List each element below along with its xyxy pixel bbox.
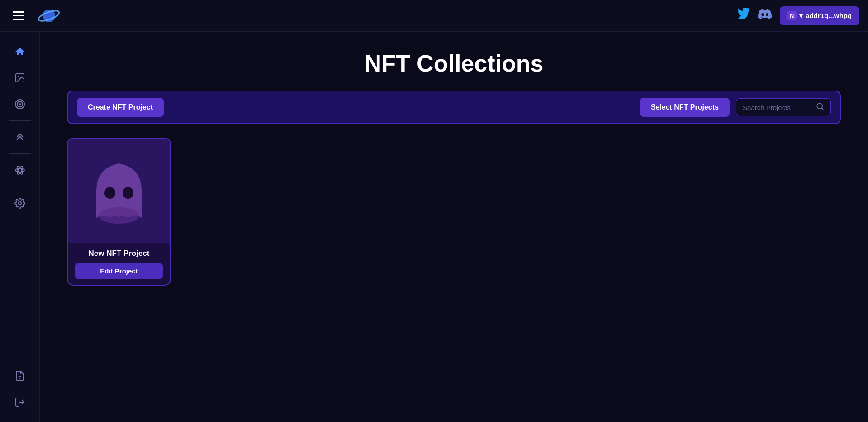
projects-grid: New NFT Project Edit Project [67, 138, 841, 286]
sidebar-item-home[interactable] [8, 40, 32, 63]
page-title: NFT Collections [67, 50, 841, 77]
header-right: N ▾ addr1q...whpg [737, 6, 859, 25]
card-info: New NFT Project Edit Project [68, 243, 170, 285]
sidebar-item-logout[interactable] [8, 390, 32, 414]
svg-point-16 [123, 187, 133, 199]
main-content: NFT Collections Create NFT Project Selec… [40, 32, 868, 422]
toolbar-left: Create NFT Project [77, 98, 164, 117]
hamburger-menu-button[interactable] [9, 8, 28, 24]
sidebar-divider-1 [9, 120, 31, 121]
sidebar-item-settings[interactable] [8, 192, 32, 215]
discord-icon[interactable] [758, 7, 772, 24]
header: N ▾ addr1q...whpg [0, 0, 868, 32]
search-box [736, 98, 831, 116]
nft-preview-image [83, 145, 155, 236]
card-title: New NFT Project [75, 249, 163, 258]
sidebar [0, 32, 40, 422]
svg-point-17 [99, 207, 139, 224]
edit-project-button[interactable]: Edit Project [75, 263, 163, 279]
svg-line-14 [821, 108, 823, 109]
sidebar-item-boost[interactable] [8, 125, 32, 149]
project-card: New NFT Project Edit Project [67, 138, 171, 286]
network-chevron: ▾ [799, 12, 803, 20]
svg-point-6 [19, 103, 21, 105]
select-nft-projects-button[interactable]: Select NFT Projects [640, 98, 730, 117]
svg-point-3 [18, 76, 19, 77]
logo [37, 4, 61, 28]
layout: NFT Collections Create NFT Project Selec… [0, 32, 868, 422]
sidebar-item-docs[interactable] [8, 364, 32, 388]
sidebar-item-network[interactable] [8, 158, 32, 182]
sidebar-item-gallery[interactable] [8, 66, 32, 90]
sidebar-item-target[interactable] [8, 92, 32, 116]
svg-point-7 [15, 168, 24, 172]
twitter-icon[interactable] [737, 8, 750, 24]
svg-point-15 [104, 187, 115, 199]
search-input[interactable] [743, 104, 812, 111]
sidebar-bottom [0, 364, 39, 414]
sidebar-divider-2 [9, 153, 31, 154]
sidebar-divider-3 [9, 187, 31, 187]
header-left [9, 4, 61, 28]
network-badge: N [787, 11, 797, 20]
card-image [68, 139, 170, 243]
wallet-address: addr1q...whpg [806, 12, 852, 19]
wallet-button[interactable]: N ▾ addr1q...whpg [780, 6, 859, 25]
sidebar-top [0, 40, 39, 215]
toolbar: Create NFT Project Select NFT Projects [67, 91, 841, 124]
create-nft-project-button[interactable]: Create NFT Project [77, 98, 164, 117]
search-icon [816, 102, 824, 112]
toolbar-right: Select NFT Projects [640, 98, 831, 117]
